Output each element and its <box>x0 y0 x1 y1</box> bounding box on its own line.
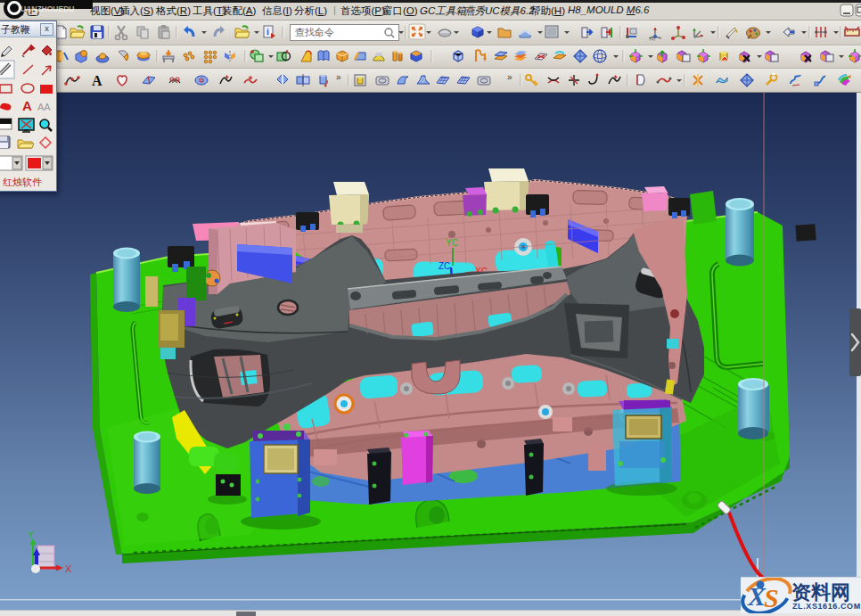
svg-text:i: i <box>266 27 269 37</box>
svg-text:YC: YC <box>446 238 458 248</box>
svg-text:A: A <box>92 73 102 88</box>
svg-text:S: S <box>764 583 779 612</box>
svg-text:»: » <box>507 72 512 82</box>
svg-text:»: » <box>336 72 341 82</box>
svg-text:ZL.XS1616.COM: ZL.XS1616.COM <box>792 602 861 611</box>
svg-text:资料网: 资料网 <box>791 581 850 604</box>
svg-text:Y: Y <box>28 530 34 540</box>
svg-text:红烛软件: 红烛软件 <box>3 177 42 187</box>
svg-text:X: X <box>65 563 72 574</box>
svg-text:(0): (0) <box>650 36 655 41</box>
svg-text:A: A <box>22 98 32 113</box>
svg-text:AA: AA <box>37 102 51 112</box>
svg-text:ZC: ZC <box>439 261 450 271</box>
